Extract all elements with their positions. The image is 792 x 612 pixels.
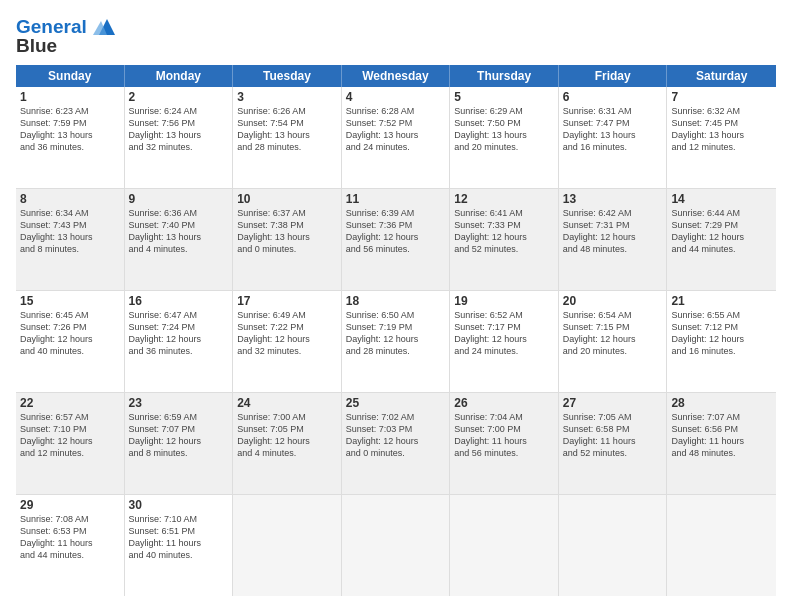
day-cell-14: 14Sunrise: 6:44 AMSunset: 7:29 PMDayligh… xyxy=(667,189,776,290)
cell-info: Sunrise: 6:36 AMSunset: 7:40 PMDaylight:… xyxy=(129,207,229,256)
day-cell-15: 15Sunrise: 6:45 AMSunset: 7:26 PMDayligh… xyxy=(16,291,125,392)
empty-cell xyxy=(667,495,776,596)
day-number: 2 xyxy=(129,90,229,104)
cell-info: Sunrise: 6:41 AMSunset: 7:33 PMDaylight:… xyxy=(454,207,554,256)
cell-info: Sunrise: 6:26 AMSunset: 7:54 PMDaylight:… xyxy=(237,105,337,154)
day-number: 16 xyxy=(129,294,229,308)
cell-info: Sunrise: 6:32 AMSunset: 7:45 PMDaylight:… xyxy=(671,105,772,154)
day-cell-29: 29Sunrise: 7:08 AMSunset: 6:53 PMDayligh… xyxy=(16,495,125,596)
day-number: 27 xyxy=(563,396,663,410)
day-cell-12: 12Sunrise: 6:41 AMSunset: 7:33 PMDayligh… xyxy=(450,189,559,290)
cell-info: Sunrise: 6:34 AMSunset: 7:43 PMDaylight:… xyxy=(20,207,120,256)
day-cell-22: 22Sunrise: 6:57 AMSunset: 7:10 PMDayligh… xyxy=(16,393,125,494)
header: General Blue xyxy=(16,16,776,57)
cell-info: Sunrise: 6:37 AMSunset: 7:38 PMDaylight:… xyxy=(237,207,337,256)
day-cell-24: 24Sunrise: 7:00 AMSunset: 7:05 PMDayligh… xyxy=(233,393,342,494)
day-cell-2: 2Sunrise: 6:24 AMSunset: 7:56 PMDaylight… xyxy=(125,87,234,188)
day-cell-6: 6Sunrise: 6:31 AMSunset: 7:47 PMDaylight… xyxy=(559,87,668,188)
day-cell-4: 4Sunrise: 6:28 AMSunset: 7:52 PMDaylight… xyxy=(342,87,451,188)
day-number: 11 xyxy=(346,192,446,206)
calendar-body: 1Sunrise: 6:23 AMSunset: 7:59 PMDaylight… xyxy=(16,87,776,596)
day-cell-3: 3Sunrise: 6:26 AMSunset: 7:54 PMDaylight… xyxy=(233,87,342,188)
day-number: 19 xyxy=(454,294,554,308)
day-number: 15 xyxy=(20,294,120,308)
page: General Blue SundayMondayTuesdayWednesda… xyxy=(0,0,792,612)
week-row-1: 1Sunrise: 6:23 AMSunset: 7:59 PMDaylight… xyxy=(16,87,776,189)
header-day-sunday: Sunday xyxy=(16,65,125,87)
day-number: 12 xyxy=(454,192,554,206)
day-cell-17: 17Sunrise: 6:49 AMSunset: 7:22 PMDayligh… xyxy=(233,291,342,392)
empty-cell xyxy=(559,495,668,596)
cell-info: Sunrise: 6:24 AMSunset: 7:56 PMDaylight:… xyxy=(129,105,229,154)
cell-info: Sunrise: 6:50 AMSunset: 7:19 PMDaylight:… xyxy=(346,309,446,358)
day-cell-30: 30Sunrise: 7:10 AMSunset: 6:51 PMDayligh… xyxy=(125,495,234,596)
day-cell-28: 28Sunrise: 7:07 AMSunset: 6:56 PMDayligh… xyxy=(667,393,776,494)
day-number: 30 xyxy=(129,498,229,512)
header-day-tuesday: Tuesday xyxy=(233,65,342,87)
cell-info: Sunrise: 6:52 AMSunset: 7:17 PMDaylight:… xyxy=(454,309,554,358)
day-number: 25 xyxy=(346,396,446,410)
day-cell-1: 1Sunrise: 6:23 AMSunset: 7:59 PMDaylight… xyxy=(16,87,125,188)
day-number: 28 xyxy=(671,396,772,410)
cell-info: Sunrise: 6:39 AMSunset: 7:36 PMDaylight:… xyxy=(346,207,446,256)
cell-info: Sunrise: 7:07 AMSunset: 6:56 PMDaylight:… xyxy=(671,411,772,460)
empty-cell xyxy=(233,495,342,596)
day-number: 22 xyxy=(20,396,120,410)
day-number: 21 xyxy=(671,294,772,308)
cell-info: Sunrise: 6:42 AMSunset: 7:31 PMDaylight:… xyxy=(563,207,663,256)
day-number: 14 xyxy=(671,192,772,206)
day-number: 1 xyxy=(20,90,120,104)
day-cell-8: 8Sunrise: 6:34 AMSunset: 7:43 PMDaylight… xyxy=(16,189,125,290)
day-number: 24 xyxy=(237,396,337,410)
day-cell-7: 7Sunrise: 6:32 AMSunset: 7:45 PMDaylight… xyxy=(667,87,776,188)
cell-info: Sunrise: 6:28 AMSunset: 7:52 PMDaylight:… xyxy=(346,105,446,154)
cell-info: Sunrise: 6:55 AMSunset: 7:12 PMDaylight:… xyxy=(671,309,772,358)
day-cell-11: 11Sunrise: 6:39 AMSunset: 7:36 PMDayligh… xyxy=(342,189,451,290)
week-row-5: 29Sunrise: 7:08 AMSunset: 6:53 PMDayligh… xyxy=(16,495,776,596)
cell-info: Sunrise: 6:23 AMSunset: 7:59 PMDaylight:… xyxy=(20,105,120,154)
cell-info: Sunrise: 7:05 AMSunset: 6:58 PMDaylight:… xyxy=(563,411,663,460)
cell-info: Sunrise: 6:44 AMSunset: 7:29 PMDaylight:… xyxy=(671,207,772,256)
logo: General Blue xyxy=(16,16,115,57)
day-cell-9: 9Sunrise: 6:36 AMSunset: 7:40 PMDaylight… xyxy=(125,189,234,290)
cell-info: Sunrise: 7:08 AMSunset: 6:53 PMDaylight:… xyxy=(20,513,120,562)
cell-info: Sunrise: 7:04 AMSunset: 7:00 PMDaylight:… xyxy=(454,411,554,460)
cell-info: Sunrise: 6:49 AMSunset: 7:22 PMDaylight:… xyxy=(237,309,337,358)
day-cell-13: 13Sunrise: 6:42 AMSunset: 7:31 PMDayligh… xyxy=(559,189,668,290)
day-number: 6 xyxy=(563,90,663,104)
day-cell-19: 19Sunrise: 6:52 AMSunset: 7:17 PMDayligh… xyxy=(450,291,559,392)
cell-info: Sunrise: 6:59 AMSunset: 7:07 PMDaylight:… xyxy=(129,411,229,460)
cell-info: Sunrise: 7:02 AMSunset: 7:03 PMDaylight:… xyxy=(346,411,446,460)
cell-info: Sunrise: 6:31 AMSunset: 7:47 PMDaylight:… xyxy=(563,105,663,154)
cell-info: Sunrise: 7:00 AMSunset: 7:05 PMDaylight:… xyxy=(237,411,337,460)
week-row-3: 15Sunrise: 6:45 AMSunset: 7:26 PMDayligh… xyxy=(16,291,776,393)
day-cell-18: 18Sunrise: 6:50 AMSunset: 7:19 PMDayligh… xyxy=(342,291,451,392)
day-number: 7 xyxy=(671,90,772,104)
cell-info: Sunrise: 6:45 AMSunset: 7:26 PMDaylight:… xyxy=(20,309,120,358)
header-day-monday: Monday xyxy=(125,65,234,87)
day-number: 5 xyxy=(454,90,554,104)
empty-cell xyxy=(342,495,451,596)
day-number: 18 xyxy=(346,294,446,308)
cell-info: Sunrise: 7:10 AMSunset: 6:51 PMDaylight:… xyxy=(129,513,229,562)
day-cell-27: 27Sunrise: 7:05 AMSunset: 6:58 PMDayligh… xyxy=(559,393,668,494)
day-cell-25: 25Sunrise: 7:02 AMSunset: 7:03 PMDayligh… xyxy=(342,393,451,494)
day-number: 10 xyxy=(237,192,337,206)
header-day-friday: Friday xyxy=(559,65,668,87)
day-number: 20 xyxy=(563,294,663,308)
cell-info: Sunrise: 6:57 AMSunset: 7:10 PMDaylight:… xyxy=(20,411,120,460)
day-number: 4 xyxy=(346,90,446,104)
cell-info: Sunrise: 6:29 AMSunset: 7:50 PMDaylight:… xyxy=(454,105,554,154)
day-cell-10: 10Sunrise: 6:37 AMSunset: 7:38 PMDayligh… xyxy=(233,189,342,290)
cell-info: Sunrise: 6:54 AMSunset: 7:15 PMDaylight:… xyxy=(563,309,663,358)
day-cell-16: 16Sunrise: 6:47 AMSunset: 7:24 PMDayligh… xyxy=(125,291,234,392)
calendar-header: SundayMondayTuesdayWednesdayThursdayFrid… xyxy=(16,65,776,87)
header-day-saturday: Saturday xyxy=(667,65,776,87)
day-cell-23: 23Sunrise: 6:59 AMSunset: 7:07 PMDayligh… xyxy=(125,393,234,494)
day-number: 23 xyxy=(129,396,229,410)
empty-cell xyxy=(450,495,559,596)
day-number: 9 xyxy=(129,192,229,206)
day-number: 8 xyxy=(20,192,120,206)
cell-info: Sunrise: 6:47 AMSunset: 7:24 PMDaylight:… xyxy=(129,309,229,358)
day-cell-21: 21Sunrise: 6:55 AMSunset: 7:12 PMDayligh… xyxy=(667,291,776,392)
